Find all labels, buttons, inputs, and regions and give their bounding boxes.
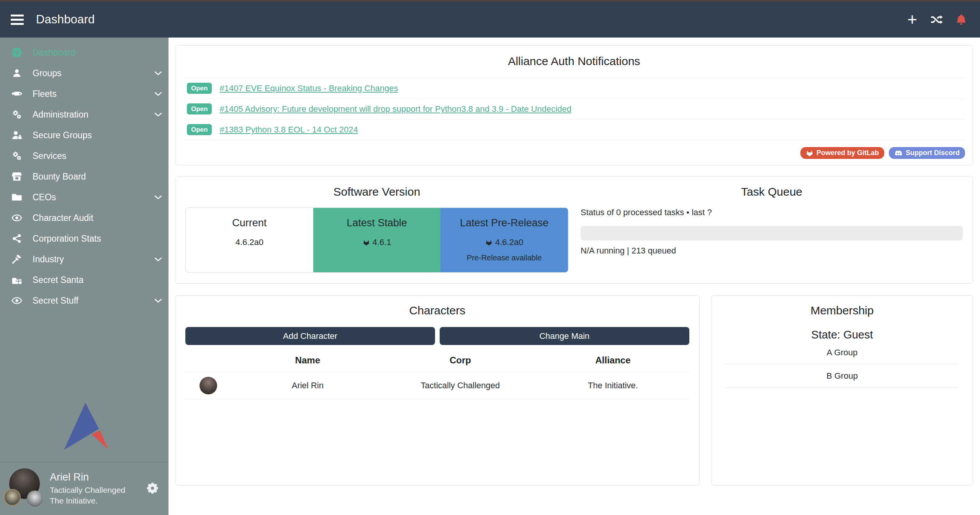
chevron-down-icon	[153, 296, 163, 306]
status-badge: Open	[187, 103, 212, 114]
notification-bell-icon[interactable]	[955, 13, 968, 26]
characters-table: Name Corp Alliance Ariel Rin Tactically …	[185, 348, 689, 399]
support-discord-badge[interactable]: Support Discord	[889, 147, 965, 159]
chevron-down-icon	[153, 110, 163, 119]
status-badge: Open	[187, 83, 212, 94]
eye-icon	[10, 213, 23, 223]
main-content: Alliance Auth Notifications Open #1407 E…	[169, 38, 980, 515]
store-icon	[10, 171, 23, 182]
space-shuttle-icon	[10, 88, 23, 99]
task-queue-title: Task Queue	[581, 185, 963, 198]
chevron-down-icon	[153, 68, 163, 78]
sidebar-item-label: Secure Groups	[33, 130, 92, 141]
gifts-icon	[10, 275, 23, 285]
page-title: Dashboard	[36, 13, 95, 26]
sidebar-item-administration[interactable]: Administration	[0, 104, 169, 125]
sidebar-item-label: Administration	[33, 110, 88, 120]
sidebar-item-services[interactable]: Services	[0, 146, 169, 166]
sidebar-item-groups[interactable]: Groups	[0, 63, 169, 83]
version-number: 4.6.2a0	[495, 237, 523, 247]
version-number: 4.6.2a0	[236, 237, 263, 247]
sidebar-item-label: Dashboard	[33, 47, 76, 58]
sidebar-item-secret-stuff[interactable]: Secret Stuff	[0, 290, 169, 311]
discord-icon	[894, 149, 903, 157]
alliance-auth-logo	[0, 401, 169, 462]
version-latest-pre-release: Latest Pre-Release 4.6.2a0 Pre-Release a…	[440, 208, 568, 272]
add-icon[interactable]: +	[906, 13, 919, 26]
sidebar-item-label: Corporation Stats	[33, 234, 101, 244]
task-queue-counts: N/A running | 213 queued	[581, 246, 963, 256]
notification-row: Open #1383 Python 3.8 EOL - 14 Oct 2024	[183, 119, 965, 140]
version-number: 4.6.1	[373, 237, 391, 247]
navbar-actions: +	[906, 13, 968, 26]
software-task-panel: Software Version Current 4.6.2a0 Latest …	[175, 177, 973, 284]
change-main-button[interactable]: Change Main	[440, 327, 689, 345]
sidebar-item-character-audit[interactable]: Character Audit	[0, 208, 169, 228]
notification-footer: Powered by GitLab Support Discord	[183, 147, 965, 159]
notification-link[interactable]: #1383 Python 3.8 EOL - 14 Oct 2024	[219, 125, 358, 135]
sidebar-item-dashboard[interactable]: Dashboard	[0, 42, 169, 63]
menu-toggle-icon[interactable]	[11, 15, 24, 25]
membership-group: B Group	[725, 365, 959, 388]
sidebar-item-label: Services	[33, 151, 66, 161]
sidebar-item-label: Character Audit	[33, 213, 93, 223]
cogs-icon	[10, 150, 23, 161]
software-version-section: Software Version Current 4.6.2a0 Latest …	[185, 185, 568, 273]
alliance-logo	[27, 490, 43, 507]
sidebar-item-secret-santa[interactable]: Secret Santa	[0, 270, 169, 290]
shuffle-icon[interactable]	[930, 13, 943, 26]
user-lock-icon	[10, 130, 23, 141]
version-current: Current 4.6.2a0	[186, 208, 313, 272]
membership-panel: Membership State: Guest A Group B Group	[711, 295, 973, 486]
notifications-title: Alliance Auth Notifications	[183, 55, 965, 68]
chevron-down-icon	[153, 254, 163, 264]
user-icon	[10, 68, 23, 78]
sidebar: Dashboard Groups	[0, 38, 169, 515]
sidebar-item-corporation-stats[interactable]: Corporation Stats	[0, 228, 169, 249]
notifications-list: Open #1407 EVE Equinox Status - Breaking…	[183, 78, 965, 140]
gitlab-badge-label: Powered by GitLab	[816, 149, 879, 157]
version-label: Latest Stable	[313, 217, 441, 229]
sidebar-item-bounty-board[interactable]: Bounty Board	[0, 166, 169, 187]
sidebar-menu: Dashboard Groups	[0, 38, 169, 311]
corp-logo	[4, 489, 21, 506]
sidebar-item-label: Secret Santa	[33, 275, 83, 285]
gear-icon[interactable]	[146, 482, 159, 495]
notification-row: Open #1405 Advisory: Future development …	[183, 98, 965, 119]
version-label: Current	[186, 217, 313, 229]
task-queue-progress-bar	[581, 226, 963, 240]
task-queue-status: Status of 0 processed tasks • last ?	[581, 208, 963, 217]
avatar	[8, 468, 41, 508]
sidebar-item-label: CEOs	[33, 192, 56, 203]
character-avatar	[200, 377, 217, 394]
eye-icon	[10, 295, 23, 306]
notification-row: Open #1407 EVE Equinox Status - Breaking…	[183, 78, 965, 98]
user-name: Ariel Rin	[50, 472, 125, 482]
sidebar-item-secure-groups[interactable]: Secure Groups	[0, 125, 169, 146]
notification-link[interactable]: #1407 EVE Equinox Status - Breaking Chan…	[219, 83, 398, 93]
gauge-icon	[10, 47, 23, 58]
sidebar-item-industry[interactable]: Industry	[0, 249, 169, 270]
version-latest-stable: Latest Stable 4.6.1	[313, 208, 441, 272]
sidebar-item-label: Fleets	[33, 89, 57, 99]
table-row: Ariel Rin Tactically Challenged The Init…	[185, 372, 689, 399]
cogs-icon	[10, 109, 23, 120]
notifications-panel: Alliance Auth Notifications Open #1407 E…	[175, 45, 973, 165]
characters-panel: Characters Add Character Change Main Nam…	[175, 295, 700, 486]
status-badge: Open	[187, 124, 212, 135]
sidebar-item-fleets[interactable]: Fleets	[0, 83, 169, 104]
cell-character-name: Ariel Rin	[231, 381, 384, 391]
cell-character-alliance: The Initiative.	[537, 381, 689, 391]
hammer-icon	[10, 254, 23, 265]
notification-link[interactable]: #1405 Advisory: Future development will …	[219, 104, 571, 114]
user-corp: Tactically Challenged	[50, 486, 125, 494]
characters-table-header: Name Corp Alliance	[185, 348, 689, 372]
folder-icon	[10, 192, 23, 203]
chevron-down-icon	[153, 192, 163, 202]
membership-group: A Group	[725, 341, 959, 365]
add-character-button[interactable]: Add Character	[185, 327, 435, 345]
discord-badge-label: Support Discord	[906, 149, 960, 157]
membership-state: State: Guest	[720, 329, 964, 341]
powered-by-gitlab-badge[interactable]: Powered by GitLab	[800, 147, 884, 159]
sidebar-item-ceos[interactable]: CEOs	[0, 187, 169, 208]
